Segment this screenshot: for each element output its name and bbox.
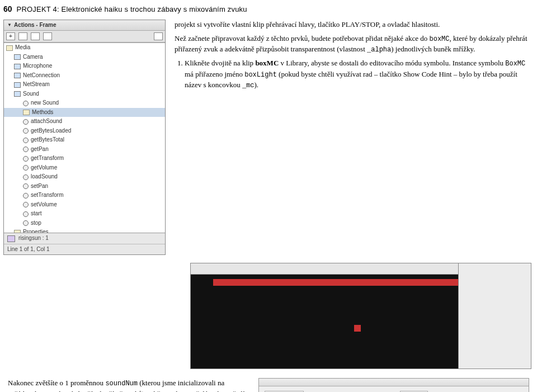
tree-node[interactable]: setPan	[4, 182, 165, 191]
method-icon	[23, 220, 29, 226]
right-column: Movie Clip boxLight Color: None Ve vrstv…	[258, 378, 529, 392]
class-icon	[14, 64, 21, 69]
panel-toolbar: +	[4, 31, 165, 42]
method-icon	[23, 138, 29, 143]
stage-symbol	[354, 325, 361, 332]
tree-node[interactable]: getBytesTotal	[4, 135, 165, 145]
page-header: 60 PROJEKT 4: Elektronické haiku s troch…	[0, 0, 537, 20]
tree-node[interactable]: Sound	[4, 89, 165, 99]
actions-panel: ▼ Actions - Frame + Media Camera Microph…	[3, 20, 166, 256]
paragraph: projekt si vytvoříte vlastní klip přehrá…	[175, 20, 529, 30]
collapse-triangle-icon[interactable]: ▼	[7, 22, 12, 29]
toolbar-button-right[interactable]	[154, 32, 163, 40]
tree-node[interactable]: NetStream	[4, 80, 165, 89]
method-icon	[23, 193, 29, 199]
properties-panel-screenshot: Movie Clip boxLight Color: None	[258, 378, 529, 392]
tree-node[interactable]: NetConnection	[4, 71, 165, 81]
panel-title-bar[interactable]: ▼ Actions - Frame	[4, 20, 165, 31]
class-icon	[14, 73, 21, 78]
tree-node[interactable]: loadSound	[4, 172, 165, 182]
tree-node[interactable]: getTransform	[4, 154, 165, 163]
tree-node[interactable]: Camera	[4, 53, 165, 62]
method-icon	[23, 156, 29, 162]
actions-tree[interactable]: Media Camera Microphone NetConnection Ne…	[4, 42, 165, 233]
tree-node[interactable]: stop	[4, 219, 165, 228]
flash-stage-screenshot	[190, 263, 531, 369]
top-text-block: projekt si vytvoříte vlastní klip přehrá…	[172, 20, 531, 256]
toolbar-button-3[interactable]	[31, 32, 40, 40]
folder-icon	[6, 45, 13, 51]
method-icon	[23, 183, 29, 189]
tree-node[interactable]: start	[4, 209, 165, 219]
method-icon	[23, 101, 29, 106]
tree-node-media[interactable]: Media	[4, 43, 165, 53]
tree-node-methods[interactable]: Methods	[4, 108, 165, 117]
top-region: ▼ Actions - Frame + Media Camera Microph…	[0, 20, 537, 259]
add-script-button[interactable]: +	[6, 32, 15, 40]
tree-node[interactable]: Microphone	[4, 62, 165, 71]
class-icon	[14, 82, 21, 88]
page-number: 60	[3, 3, 12, 15]
method-icon	[23, 147, 29, 152]
page-title: PROJEKT 4: Elektronické haiku s trochou …	[17, 4, 247, 15]
properties-panel-header	[259, 379, 529, 386]
method-icon	[23, 202, 29, 207]
folder-icon	[23, 110, 30, 115]
left-column: Nakonec zvětšíte o 1 proměnnou soundNum …	[8, 378, 248, 392]
method-icon	[23, 165, 29, 171]
movieclip-icon	[7, 235, 15, 242]
panel-line-status: Line 1 of 1, Col 1	[4, 244, 165, 255]
tree-node[interactable]: attachSound	[4, 117, 165, 126]
method-icon	[23, 119, 29, 125]
ordered-list: Klikněte dvojitě na klip boxMC v Library…	[185, 58, 529, 91]
tree-node[interactable]: Properties	[4, 228, 165, 233]
tree-node[interactable]: setTransform	[4, 191, 165, 200]
class-icon	[14, 91, 21, 97]
panel-status-bar: risingsun : 1	[4, 233, 165, 244]
method-icon	[23, 211, 29, 217]
library-panel	[458, 263, 531, 369]
paragraph: Než začnete připravovat každý z těchto p…	[175, 34, 529, 55]
tree-node[interactable]: getBytesLoaded	[4, 126, 165, 136]
tree-node[interactable]: setVolume	[4, 200, 165, 210]
status-clip-name: risingsun : 1	[18, 234, 49, 243]
method-icon	[23, 128, 29, 134]
toolbar-button-2[interactable]	[18, 32, 27, 40]
tree-node[interactable]: getPan	[4, 145, 165, 154]
bottom-region: Nakonec zvětšíte o 1 proměnnou soundNum …	[0, 375, 537, 392]
method-icon	[23, 174, 29, 180]
paragraph: Nakonec zvětšíte o 1 proměnnou soundNum …	[8, 378, 248, 392]
list-item: Klikněte dvojitě na klip boxMC v Library…	[185, 58, 529, 91]
folder-icon	[14, 230, 21, 233]
tree-node-new-sound[interactable]: new Sound	[4, 98, 165, 108]
tree-node[interactable]: getVolume	[4, 163, 165, 173]
class-icon	[14, 54, 21, 60]
toolbar-button-4[interactable]	[43, 32, 52, 40]
panel-title-text: Actions - Frame	[14, 21, 56, 30]
status-line-col: Line 1 of 1, Col 1	[7, 245, 50, 254]
